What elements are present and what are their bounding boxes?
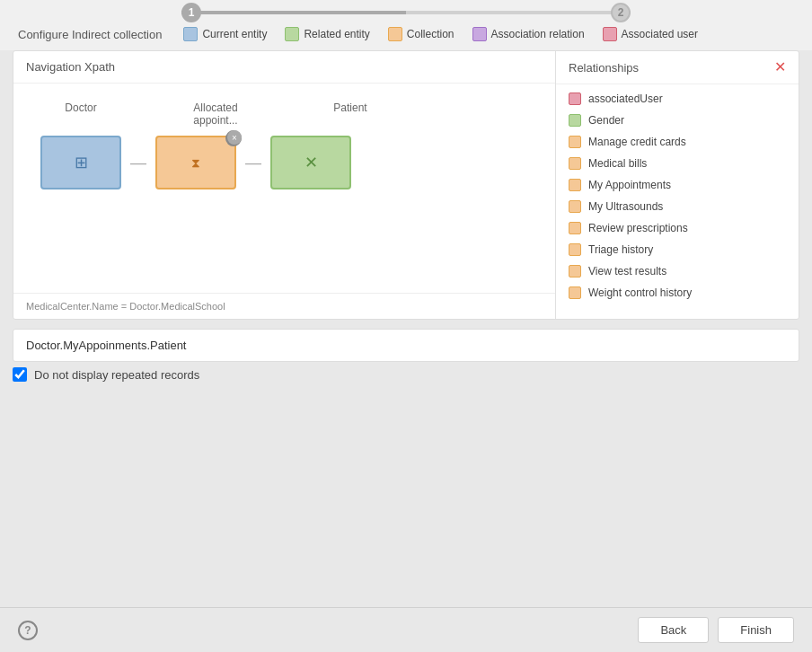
rel-item-2[interactable]: Manage credit cards <box>556 131 799 153</box>
rel-item-6[interactable]: Review prescriptions <box>556 217 799 239</box>
rel-item-8[interactable]: View test results <box>556 260 799 282</box>
legend-association-relation: Association relation <box>472 27 585 41</box>
related-entity-dot <box>285 27 299 41</box>
help-icon[interactable]: ? <box>18 621 38 640</box>
collection-dot <box>388 27 402 41</box>
associated-user-dot <box>603 27 617 41</box>
node-close-button[interactable]: × <box>227 130 242 145</box>
nav-xpath-header: Navigation Xpath <box>13 51 555 84</box>
allocated-label: Allocated appoint... <box>175 101 256 127</box>
relationships-panel: Relationships ✕ associatedUserGenderMana… <box>556 51 799 319</box>
doctor-node: ⊞ <box>40 136 121 189</box>
rel-dot-6 <box>569 222 581 234</box>
step-2-circle: 2 <box>611 3 631 22</box>
diagram-labels: Doctor Allocated appoint... Patient <box>40 101 528 127</box>
patient-label: Patient <box>310 101 391 127</box>
xpath-diagram: Doctor Allocated appoint... Patient ⊞ — … <box>13 84 555 293</box>
xpath-condition: MedicalCenter.Name = Doctor.MedicalSchoo… <box>13 293 555 319</box>
related-entity-label: Related entity <box>304 28 369 40</box>
no-repeat-label: Do not display repeated records <box>34 368 199 382</box>
patient-node: ✕ <box>270 136 351 189</box>
legend-related-entity: Related entity <box>285 27 369 41</box>
rel-label-6: Review prescriptions <box>588 222 688 234</box>
footer: ? Back Finish <box>0 607 812 652</box>
rel-dot-9 <box>569 286 581 299</box>
rel-dot-2 <box>569 136 581 148</box>
rel-label-7: Triage history <box>588 243 653 256</box>
rel-item-1[interactable]: Gender <box>556 110 799 131</box>
rel-label-1: Gender <box>588 114 624 127</box>
footer-right: Back Finish <box>638 617 794 643</box>
rel-label-4: My Appointments <box>588 179 671 191</box>
step-1-circle: 1 <box>181 3 201 22</box>
diagram-nodes: ⊞ — ⧗ 1 × — ✕ <box>40 136 528 189</box>
rel-label-9: Weight control history <box>588 286 692 299</box>
rel-item-3[interactable]: Medical bills <box>556 153 799 174</box>
rel-item-0[interactable]: associatedUser <box>556 88 799 110</box>
finish-button[interactable]: Finish <box>718 617 794 643</box>
rel-dot-0 <box>569 93 581 105</box>
relationships-header: Relationships ✕ <box>556 51 799 84</box>
legend-collection: Collection <box>388 27 455 41</box>
no-repeat-checkbox[interactable] <box>13 367 27 382</box>
legend-associated-user: Associated user <box>603 27 698 41</box>
main-panel: Navigation Xpath Doctor Allocated appoin… <box>13 50 799 320</box>
rel-label-0: associatedUser <box>588 93 663 105</box>
grid-icon: ⊞ <box>75 153 88 172</box>
back-button[interactable]: Back <box>638 617 709 643</box>
collection-label: Collection <box>407 28 455 40</box>
rel-dot-5 <box>569 200 581 213</box>
nav-xpath-panel: Navigation Xpath Doctor Allocated appoin… <box>13 51 556 319</box>
relationships-title: Relationships <box>569 61 639 75</box>
rel-dot-4 <box>569 179 581 191</box>
rel-label-2: Manage credit cards <box>588 136 686 148</box>
cross-icon: ✕ <box>304 153 318 172</box>
rel-dot-7 <box>569 243 581 256</box>
filter-icon: ⧗ <box>191 155 200 171</box>
current-entity-dot <box>183 27 198 41</box>
legend-current-entity: Current entity <box>183 27 267 41</box>
rel-dot-3 <box>569 157 581 170</box>
relationships-close-button[interactable]: ✕ <box>774 60 786 75</box>
allocated-node[interactable]: ⧗ 1 × <box>155 136 236 189</box>
current-entity-label: Current entity <box>202 28 267 40</box>
rel-dot-1 <box>569 114 581 127</box>
associated-user-label: Associated user <box>622 28 698 40</box>
rel-label-5: My Ultrasounds <box>588 200 663 213</box>
progress-track: 1 2 <box>181 11 631 14</box>
rel-item-9[interactable]: Weight control history <box>556 282 799 304</box>
arrow-2: — <box>245 154 261 172</box>
checkbox-row: Do not display repeated records <box>13 367 799 382</box>
rel-dot-8 <box>569 265 581 278</box>
footer-left: ? <box>18 621 38 640</box>
rel-item-4[interactable]: My Appointments <box>556 174 799 196</box>
relationships-list: associatedUserGenderManage credit cardsM… <box>556 84 799 319</box>
xpath-display: Doctor.MyAppoinments.Patient <box>13 329 799 362</box>
legend-row: Configure Indirect collection Current en… <box>0 22 812 50</box>
rel-item-7[interactable]: Triage history <box>556 239 799 260</box>
association-relation-dot <box>472 27 487 41</box>
arrow-1: — <box>130 154 146 172</box>
association-relation-label: Association relation <box>491 28 585 40</box>
rel-label-8: View test results <box>588 265 666 278</box>
doctor-label: Doctor <box>40 101 121 127</box>
rel-item-5[interactable]: My Ultrasounds <box>556 196 799 217</box>
configure-title: Configure Indirect collection <box>18 28 162 41</box>
rel-label-3: Medical bills <box>588 157 647 170</box>
progress-bar-container: 1 2 <box>0 0 812 22</box>
